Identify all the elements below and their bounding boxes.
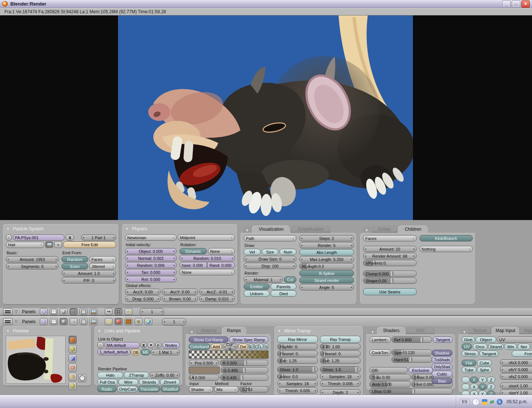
drag-field[interactable]: Drag: 0.000	[125, 296, 161, 302]
axis-x-button[interactable]: X	[470, 377, 478, 383]
delete-stop-button[interactable]: Del	[238, 344, 248, 350]
disp-field[interactable]: Disp: 100	[244, 263, 296, 269]
kink-branch-toggle[interactable]: Kink/Branch	[420, 235, 473, 241]
stop-position-field[interactable]: Pos 0.500	[189, 360, 219, 366]
normal-velocity-field[interactable]: Normal: 0.002	[125, 255, 177, 261]
ref-slider[interactable]: Ref 0.800	[392, 336, 432, 343]
preview-toggle-icon[interactable]	[45, 241, 53, 248]
crosshair-icon[interactable]: ＋	[54, 241, 62, 248]
tab-visualization[interactable]: Visualization	[252, 226, 290, 233]
bias-toggle[interactable]: Bias	[432, 378, 452, 384]
accz-field[interactable]: AccZ: -0.01	[199, 289, 235, 295]
zoffs-field[interactable]: Zoffs: 0.00	[150, 372, 180, 378]
preview-sky-icon[interactable]	[69, 382, 77, 390]
strand-render-toggle[interactable]: Strand render	[299, 277, 354, 283]
add-stop-button[interactable]: Add	[211, 344, 222, 350]
preview-sphere-icon[interactable]	[69, 345, 77, 353]
maximize-button[interactable]: □	[512, 0, 520, 8]
bspline-toggle[interactable]: B-Spline	[299, 270, 354, 276]
interp-e-button[interactable]: E	[249, 344, 253, 350]
tab-map-to[interactable]: Map To	[519, 327, 532, 334]
menu-collapse-icon[interactable]: ▽	[15, 320, 18, 324]
object-icon[interactable]: →	[70, 308, 77, 315]
tab-map-input[interactable]: Map Input	[492, 327, 519, 334]
aniso-slider[interactable]: Aniso: 0.0	[277, 373, 318, 380]
strands-toggle[interactable]: Strands	[139, 379, 159, 385]
transp-depth-field[interactable]: Depth: 2	[320, 389, 361, 395]
spec-shader-dropdown[interactable]: CookTorr	[369, 349, 391, 356]
preview-osa-icon[interactable]	[78, 374, 86, 382]
panels-menu[interactable]: Panels	[22, 309, 36, 314]
browse-datablock-icon[interactable]: ↕	[6, 234, 12, 241]
interp-c-button[interactable]: C	[254, 344, 258, 350]
preview-monkey-icon[interactable]	[69, 363, 77, 372]
render-steps-field[interactable]: Render: 5	[299, 242, 354, 248]
max-length-field[interactable]: Max Length: 5.250	[299, 256, 354, 262]
taskbar[interactable]: ES 〈 ⇄ a 05:52 p.m.	[0, 395, 532, 408]
size-toggle[interactable]: Size	[262, 249, 279, 255]
damp-field[interactable]: Damp: 0.010	[199, 296, 235, 302]
preview-cube-icon[interactable]	[69, 354, 77, 362]
axis-x-button[interactable]: X	[470, 384, 478, 390]
auto-name-icon[interactable]: ✦	[147, 342, 154, 348]
children-amount-field[interactable]: Amount: 10	[363, 246, 417, 252]
fresnel-transp-slider[interactable]: Fresnel: 0.	[320, 351, 361, 357]
tube-toggle[interactable]: Tube	[462, 367, 476, 373]
color-swatch[interactable]	[189, 367, 220, 374]
cubic-toggle[interactable]: Cubic	[432, 371, 452, 377]
axis-blank-button[interactable]	[462, 384, 470, 390]
steps-field[interactable]: Steps: 2	[299, 235, 354, 241]
preview-hair-icon[interactable]	[69, 373, 77, 381]
shading-icon[interactable]	[60, 308, 67, 315]
died-toggle[interactable]: Died	[271, 290, 296, 297]
me-toggle[interactable]: ME	[141, 349, 150, 355]
axis-y-button[interactable]: Y	[479, 391, 487, 395]
tray-sync-icon[interactable]: ⇄	[490, 399, 494, 405]
green-slider[interactable]: G 0.465	[221, 367, 268, 373]
diffuse-shader-dropdown[interactable]: Lambert	[369, 336, 391, 343]
ray-transp-toggle[interactable]: Ray Transp	[320, 336, 361, 343]
hide-icons-chevron[interactable]: 〈	[472, 398, 479, 405]
abs-length-toggle[interactable]: Abs Length	[299, 249, 354, 255]
sphe-toggle[interactable]: Sphe	[477, 367, 492, 373]
onlyshad-toggle[interactable]: OnlyShad	[432, 364, 452, 370]
tray-antivirus-icon[interactable]: a	[497, 399, 503, 405]
part-number-field[interactable]: 1 Part 1	[81, 234, 116, 241]
free-edit-button[interactable]: Free Edit	[63, 241, 116, 248]
fac-mirror-slider[interactable]: Fac: 1.25	[277, 358, 318, 364]
panels-menu[interactable]: Panels	[22, 319, 36, 324]
kink-dropdown[interactable]: Nothing	[420, 246, 473, 252]
tangent-map-toggle[interactable]: Tangent	[479, 351, 498, 357]
axis-x-button[interactable]: X	[470, 391, 478, 395]
glob-toggle[interactable]: Glob	[462, 336, 475, 343]
rlength-slider[interactable]: RLength:0.2	[299, 263, 354, 269]
datablock-name-field[interactable]: 1_default_default	[97, 349, 131, 355]
physics-type-dropdown[interactable]: Newtonian	[125, 234, 177, 241]
object-icon[interactable]: →	[70, 318, 77, 325]
ior-slider[interactable]: IOR: 1.00	[320, 344, 361, 350]
emit-from-dropdown[interactable]: Faces	[89, 256, 116, 262]
fac-transp-slider[interactable]: Fac: 1.25	[320, 358, 361, 364]
render-amount-field[interactable]: Render Amount: 68	[363, 253, 417, 259]
ramp-input-dropdown[interactable]: Shader	[189, 386, 213, 393]
logic-icon[interactable]	[40, 318, 48, 325]
tab-texture[interactable]: Texture	[468, 327, 491, 334]
collapse-icon[interactable]: ▼	[369, 329, 376, 334]
colorband-toggle[interactable]: Colorband	[189, 344, 210, 350]
draw-size-field[interactable]: Draw Size: 0	[244, 256, 296, 262]
lamp-buttons-icon[interactable]	[105, 318, 112, 325]
phase-field[interactable]: hase: 0.000	[180, 262, 207, 268]
vel-toggle[interactable]: Vel	[244, 249, 261, 255]
rotation-mode-dropdown[interactable]: None	[208, 248, 235, 254]
preview-flat-icon[interactable]	[69, 336, 77, 344]
sizex-field[interactable]: sizeX 1.00	[500, 383, 532, 389]
hard-slider[interactable]: Hard:51	[392, 356, 432, 363]
show-col-ramp-toggle[interactable]: Show Col Ramp	[189, 336, 228, 343]
distribution-dropdown[interactable]: Jittered	[89, 263, 116, 269]
num-toggle[interactable]: Num	[279, 249, 296, 255]
cube-toggle[interactable]: Cube	[477, 360, 492, 366]
show-spec-ramp-toggle[interactable]: Show Spec Ramp	[229, 336, 268, 343]
object-toggle[interactable]: Object	[476, 336, 496, 343]
angle-field[interactable]: Angle: 5	[299, 284, 354, 290]
shadbuf-toggle[interactable]: Shadbuf	[161, 386, 180, 392]
